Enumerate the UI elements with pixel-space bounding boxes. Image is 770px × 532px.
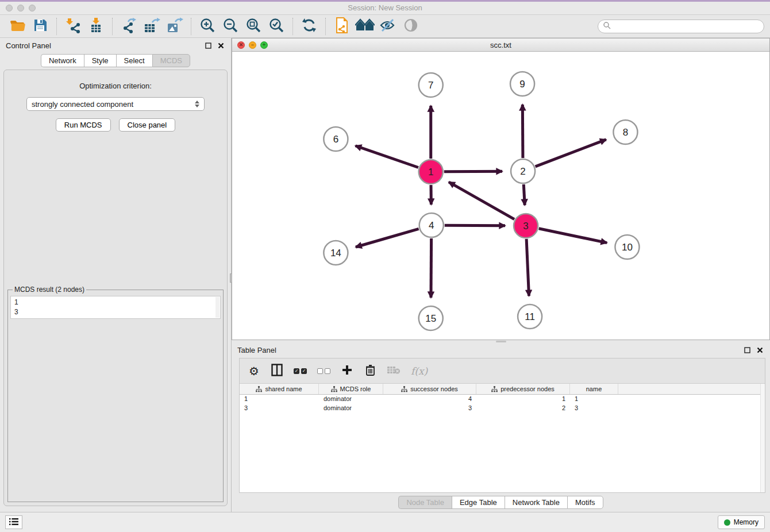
zoom-in-button[interactable] (196, 17, 219, 36)
function-builder-button-disabled[interactable]: f(x) (411, 363, 428, 380)
column-header-shared-name[interactable]: shared name (240, 384, 319, 394)
tab-node-table[interactable]: Node Table (398, 496, 452, 509)
hide-graphics-button[interactable] (376, 17, 399, 36)
zoom-in-icon (199, 17, 215, 35)
graph-edge-4-14[interactable] (356, 229, 419, 247)
zoom-out-button[interactable] (219, 17, 242, 36)
cell-successor-nodes[interactable]: 3 (383, 404, 476, 413)
cell-name[interactable]: 3 (570, 404, 618, 413)
export-table-button[interactable] (140, 17, 163, 36)
cell-shared-name[interactable]: 1 (240, 395, 319, 404)
column-header-mcds-role[interactable]: MCDS role (319, 384, 383, 394)
show-columns-button[interactable] (271, 363, 283, 380)
table-row[interactable]: 3 dominator 3 2 3 (240, 404, 765, 413)
create-column-button[interactable] (341, 363, 353, 380)
tab-mcds[interactable]: MCDS (152, 54, 190, 67)
open-file-button[interactable] (6, 17, 29, 36)
fx-icon: f(x) (411, 365, 428, 377)
export-image-button[interactable] (163, 17, 186, 36)
control-panel: Control Panel Network Style Select MCDS … (0, 38, 232, 512)
graph-edge-3-11[interactable] (526, 239, 529, 296)
zoom-fit-button[interactable] (242, 17, 265, 36)
zoom-fit-icon (245, 17, 261, 35)
close-mcds-panel-button[interactable]: Close panel (119, 118, 176, 132)
cell-predecessor-nodes[interactable]: 1 (476, 395, 570, 404)
float-panel-button[interactable] (203, 41, 213, 50)
graph-node-label: 10 (622, 242, 633, 253)
table-settings-button[interactable]: ⚙ (248, 363, 260, 380)
cell-mcds-role[interactable]: dominator (319, 395, 383, 404)
search-input[interactable] (611, 22, 759, 30)
column-header-successor-nodes[interactable]: successor nodes (383, 384, 476, 394)
zoom-selected-icon (268, 17, 284, 35)
mcds-tab-content: Optimization criterion: strongly connect… (3, 70, 228, 506)
delete-table-button[interactable] (364, 363, 376, 380)
graph-edge-2-8[interactable] (536, 140, 606, 167)
deselect-all-columns-button[interactable]: ✓✓ (317, 363, 330, 380)
column-header-name[interactable]: name (570, 384, 618, 394)
memory-status-icon (724, 519, 730, 526)
table-row[interactable]: 1 dominator 4 1 1 (240, 395, 765, 404)
clone-network-button[interactable] (330, 17, 353, 36)
dropdown-stepper-icon (195, 101, 199, 107)
checked-boxes-icon: ✓✓ (294, 368, 307, 374)
cell-successor-nodes[interactable]: 4 (383, 395, 476, 404)
export-network-button[interactable] (117, 17, 140, 36)
run-mcds-button[interactable]: Run MCDS (56, 118, 111, 132)
import-table-button[interactable] (84, 17, 107, 36)
tab-edge-table[interactable]: Edge Table (452, 496, 505, 509)
memory-button[interactable]: Memory (718, 515, 765, 529)
cell-mcds-role[interactable]: dominator (319, 404, 383, 413)
network-window-titlebar[interactable]: ✕ − + scc.txt (232, 38, 769, 52)
task-history-button[interactable] (5, 515, 22, 529)
import-network-button[interactable] (61, 17, 84, 36)
graph-edge-4-15[interactable] (431, 238, 432, 298)
graph-edge-1-6[interactable] (355, 146, 418, 168)
tab-style[interactable]: Style (84, 54, 116, 67)
tab-network[interactable]: Network (41, 54, 84, 67)
export-image-icon (166, 17, 183, 35)
zoom-selected-button[interactable] (265, 17, 288, 36)
cell-name[interactable]: 1 (570, 395, 618, 404)
tab-network-table[interactable]: Network Table (505, 496, 567, 509)
window-accent-strip (0, 0, 770, 2)
control-panel-title: Control Panel (6, 41, 200, 50)
float-table-panel-button[interactable] (742, 345, 752, 354)
cell-shared-name[interactable]: 3 (240, 404, 319, 413)
show-graphics-button-disabled[interactable] (399, 17, 422, 36)
toolbar-separator (325, 18, 326, 35)
toolbar-separator (292, 18, 293, 35)
graph-edge-4-3[interactable] (445, 225, 505, 226)
close-table-panel-button[interactable] (755, 345, 764, 354)
tree-icon (401, 386, 407, 392)
graph-edge-2-3[interactable] (523, 184, 525, 205)
save-session-button[interactable] (29, 17, 52, 36)
graph-edge-1-2[interactable] (444, 171, 502, 172)
result-scrollbar[interactable] (215, 297, 220, 318)
floppy-disk-icon (33, 18, 48, 34)
column-header-predecessor-nodes[interactable]: predecessor nodes (476, 384, 570, 394)
toolbar-search[interactable] (598, 20, 764, 33)
select-all-columns-button[interactable]: ✓✓ (294, 363, 307, 380)
refresh-layout-button[interactable] (298, 17, 321, 36)
window-title: Session: New Session (0, 3, 770, 12)
tab-select[interactable]: Select (116, 54, 152, 67)
close-panel-button[interactable] (216, 41, 225, 50)
graph-edge-3-1[interactable] (449, 182, 514, 219)
houses-button[interactable] (353, 17, 376, 36)
graph-edge-3-10[interactable] (539, 229, 607, 243)
optimization-criterion-select[interactable]: strongly connected component (26, 97, 205, 111)
search-icon (603, 21, 611, 32)
eye-disabled-icon (403, 18, 419, 34)
network-canvas[interactable]: 7968124314101511 (232, 52, 769, 340)
graph-edge-2-9[interactable] (522, 105, 523, 158)
cell-predecessor-nodes[interactable]: 2 (476, 404, 570, 413)
mcds-result-line: 3 (14, 307, 217, 317)
mcds-result-textarea[interactable]: 1 3 (10, 296, 221, 319)
split-columns-icon (271, 364, 283, 378)
tab-motifs[interactable]: Motifs (567, 496, 603, 509)
plus-icon (342, 365, 352, 377)
delete-column-button-disabled[interactable] (387, 363, 401, 380)
table-scrollbar[interactable] (760, 384, 765, 492)
mcds-result-title: MCDS result (2 nodes) (13, 286, 86, 294)
